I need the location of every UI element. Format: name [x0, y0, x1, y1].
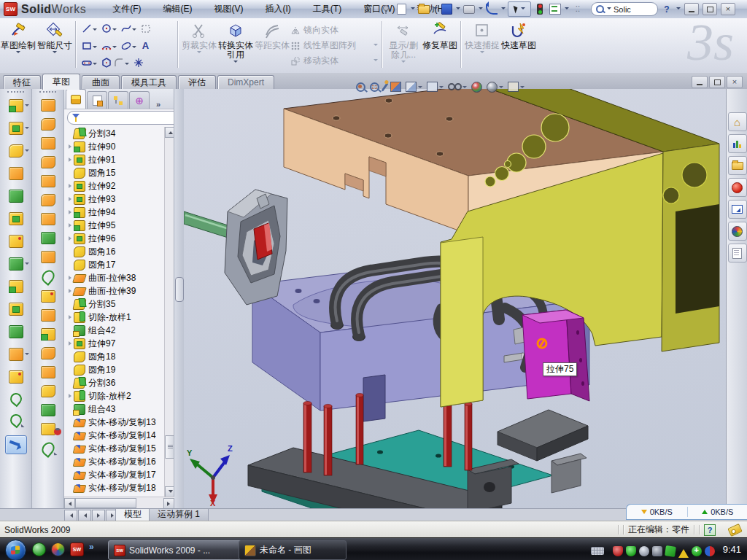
configuration-manager-tab[interactable]: [108, 91, 128, 109]
search-box[interactable]: Solic: [591, 2, 658, 16]
tab-mold-tools[interactable]: 模具工具: [121, 75, 177, 89]
menu-file[interactable]: 文件(F): [107, 1, 147, 18]
view-orientation-button[interactable]: [406, 82, 422, 92]
expand-arrow-icon[interactable]: [69, 289, 71, 293]
spline-2-icon[interactable]: [39, 440, 56, 458]
tree-item[interactable]: 分割36: [64, 376, 164, 389]
filled-surface-icon[interactable]: [41, 175, 55, 187]
rapid-sketch-button[interactable]: 快速草图: [500, 18, 537, 73]
tree-item[interactable]: 圆角17: [64, 258, 164, 271]
restore-button[interactable]: [703, 3, 717, 15]
undo-button[interactable]: [485, 3, 498, 16]
split-icon[interactable]: [9, 280, 23, 293]
expand-arrow-icon[interactable]: [69, 184, 71, 188]
line-tool-icon[interactable]: [80, 23, 93, 35]
undo-dropdown-icon[interactable]: [501, 7, 506, 12]
tree-item[interactable]: 切除-放样2: [64, 389, 164, 402]
taskbar-clock[interactable]: 9:41: [723, 538, 741, 560]
tree-horizontal-scrollbar[interactable]: [64, 497, 174, 508]
design-library-button[interactable]: [728, 134, 747, 153]
new-document-button[interactable]: [395, 3, 408, 16]
expand-arrow-icon[interactable]: [69, 315, 71, 319]
tab-evaluate[interactable]: 评估: [178, 75, 216, 89]
taskbar-window-solidworks[interactable]: SW SolidWorks 2009 - ...: [108, 540, 242, 560]
lofted-boss-icon[interactable]: [9, 190, 23, 203]
toolbox-button[interactable]: [728, 178, 747, 197]
repair-sketch-button[interactable]: 修复草图: [422, 18, 458, 73]
feature-manager-tab[interactable]: [66, 89, 86, 109]
zoom-area-button[interactable]: [370, 82, 379, 92]
taskbar-window-paint[interactable]: 未命名 - 画图: [239, 540, 347, 560]
expand-arrow-icon[interactable]: [69, 394, 71, 398]
doc-close-button[interactable]: ×: [727, 76, 743, 88]
back-rail[interactable]: [498, 410, 588, 461]
tree-item[interactable]: 拉伸94: [64, 206, 164, 219]
knit-surface-icon[interactable]: [41, 232, 55, 244]
extruded-boss-icon[interactable]: [9, 99, 23, 112]
draft-icon[interactable]: [9, 303, 23, 316]
expand-arrow-icon[interactable]: [69, 210, 71, 214]
panel-splitter[interactable]: [174, 89, 184, 508]
linear-pattern-icon[interactable]: [9, 257, 23, 271]
tag-icon[interactable]: [727, 524, 742, 537]
fillet-icon[interactable]: [9, 144, 23, 158]
start-button[interactable]: [5, 540, 26, 560]
tree-item[interactable]: 拉伸92: [64, 179, 164, 192]
new-dropdown-icon[interactable]: [411, 7, 415, 12]
edit-appearance-button[interactable]: [471, 82, 482, 93]
search-input[interactable]: Solic: [614, 5, 631, 14]
options-list-button[interactable]: [549, 3, 562, 16]
tree-item[interactable]: 分割34: [64, 127, 164, 140]
property-manager-tab[interactable]: [87, 91, 107, 109]
curve-icon[interactable]: [7, 391, 24, 408]
section-view-button[interactable]: [390, 82, 401, 92]
expand-arrow-icon[interactable]: [69, 341, 71, 346]
input-method-icon[interactable]: [591, 547, 604, 555]
sync-tray-icon[interactable]: [665, 545, 676, 557]
help-button[interactable]: ?: [660, 3, 673, 16]
selection-tool-icon[interactable]: [139, 23, 152, 35]
slot-tool-icon[interactable]: [80, 57, 93, 69]
tree-item[interactable]: 曲面-拉伸39: [64, 284, 164, 298]
save-button[interactable]: [440, 3, 453, 16]
tab-sketch[interactable]: 草图: [42, 74, 80, 90]
instant3d-button[interactable]: [5, 435, 27, 454]
motion-study-tab[interactable]: 运动算例 1: [149, 509, 209, 521]
dimxpert-manager-tab[interactable]: ⊕: [129, 91, 150, 109]
circle-tool-icon[interactable]: [100, 23, 112, 35]
trim-surface-icon[interactable]: [39, 268, 56, 286]
3d-model-canvas[interactable]: [184, 89, 726, 508]
doc-restore-button[interactable]: [709, 76, 725, 88]
point-tool-icon[interactable]: [132, 57, 144, 69]
display-delete-relations-button[interactable]: 显示/删除几...: [385, 18, 422, 73]
scroll-thumb[interactable]: [75, 498, 136, 508]
network-tray-icon[interactable]: [705, 546, 715, 556]
expand-arrow-icon[interactable]: [69, 158, 71, 162]
security-alert-tray-icon[interactable]: [613, 546, 623, 556]
quick-snaps-button[interactable]: 快速捕捉: [464, 18, 500, 73]
mirror-entities-button[interactable]: 镜向实体: [290, 24, 379, 37]
move-entities-button[interactable]: 移动实体: [290, 55, 379, 68]
dome-icon[interactable]: [41, 385, 55, 397]
tree-item[interactable]: 圆角18: [64, 350, 164, 363]
model-tab[interactable]: 模型: [115, 509, 150, 521]
expand-arrow-icon[interactable]: [69, 144, 71, 149]
tree-item[interactable]: 拉伸96: [64, 232, 164, 245]
tree-item[interactable]: 切除-放样1: [64, 311, 164, 324]
extend-surface-icon[interactable]: [41, 347, 55, 359]
tree-item[interactable]: 圆角15: [64, 166, 164, 179]
trim-entities-button[interactable]: 剪裁实体: [181, 18, 217, 73]
design-checker-icon[interactable]: [533, 3, 546, 16]
panel-overflow-chevron[interactable]: »: [156, 100, 160, 109]
tree-item[interactable]: 实体-移动/复制18: [64, 481, 164, 494]
offset-surface-icon[interactable]: [41, 213, 55, 225]
rectangle-tool-icon[interactable]: [80, 39, 93, 52]
hole-wizard-icon[interactable]: [9, 235, 23, 248]
warning-tray-icon[interactable]: [678, 544, 689, 558]
options-dropdown-icon[interactable]: [565, 7, 569, 12]
tree-item[interactable]: 圆角16: [64, 245, 164, 258]
tree-item[interactable]: 圆角19: [64, 363, 164, 376]
swept-surface-icon[interactable]: [41, 118, 55, 131]
prev-tab-button[interactable]: [78, 510, 91, 521]
tree-item[interactable]: 分割35: [64, 298, 164, 311]
